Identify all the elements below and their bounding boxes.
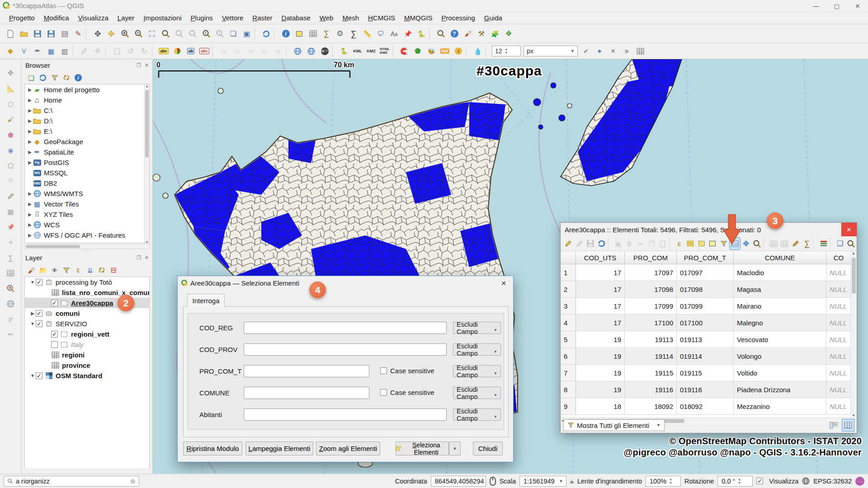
- cell[interactable]: 17099: [625, 298, 677, 314]
- browser-item-geopackage[interactable]: ▶ ◆ GeoPackage: [25, 136, 149, 147]
- new-3d-view-icon[interactable]: ▣: [241, 28, 253, 40]
- menu-mesh[interactable]: Mesh: [338, 12, 363, 23]
- cell[interactable]: Volongo: [734, 348, 826, 364]
- menu-guida[interactable]: Guida: [480, 12, 507, 23]
- extents-icon[interactable]: [490, 477, 496, 486]
- browser-vscrollbar[interactable]: ▲▼: [144, 84, 149, 243]
- table-row[interactable]: 51919113019113VescovatoNULL: [561, 331, 851, 348]
- menu-database[interactable]: Database: [277, 12, 315, 23]
- delete-field-icon[interactable]: [780, 238, 790, 249]
- label-highlight-icon[interactable]: ab: [217, 45, 230, 57]
- menu-progetto[interactable]: Progetto: [5, 12, 39, 23]
- scale-combobox[interactable]: 1:1561949▼: [519, 476, 566, 487]
- edit-tool-icon[interactable]: [5, 190, 17, 202]
- style-dropdown-icon[interactable]: 🖌: [462, 28, 474, 40]
- new-map-view-icon[interactable]: ❏: [227, 28, 240, 40]
- cell[interactable]: 19116: [625, 381, 677, 398]
- row-number[interactable]: 3: [561, 298, 576, 314]
- row-number[interactable]: 9: [561, 398, 576, 414]
- cell[interactable]: 017099: [677, 298, 734, 314]
- panel-close-icon[interactable]: ✕: [145, 255, 149, 261]
- maximize-button[interactable]: ▢: [826, 0, 847, 12]
- cell[interactable]: Magasa: [734, 281, 826, 297]
- properties-info-icon[interactable]: i: [73, 72, 84, 83]
- chevrons-icon[interactable]: »: [620, 45, 633, 57]
- label-units-combobox[interactable]: px▼: [524, 46, 578, 56]
- table-row[interactable]: 41717100017100MalegnoNULL: [561, 314, 851, 331]
- select-features-icon[interactable]: [293, 28, 306, 40]
- cell[interactable]: 019114: [677, 348, 734, 364]
- table-row[interactable]: 31717099017099MairanoNULL: [561, 298, 851, 314]
- style-manager-icon[interactable]: ✎: [72, 28, 85, 40]
- close-button[interactable]: ✕: [847, 0, 868, 12]
- zoom-in-icon[interactable]: [118, 28, 131, 40]
- menu-web[interactable]: Web: [315, 12, 338, 23]
- menu-impostazioni[interactable]: Impostazioni: [139, 12, 186, 23]
- paste-features-icon[interactable]: 📋: [111, 45, 123, 57]
- table-row[interactable]: 81919116019116Piadena DrizzonaNULL: [561, 381, 851, 398]
- statistics-sum-icon[interactable]: ∑: [347, 28, 360, 40]
- deselect-all-icon[interactable]: [708, 238, 718, 249]
- crs-globe-icon[interactable]: [802, 477, 810, 485]
- magnifier-spinbox[interactable]: 100%▲▼: [646, 476, 681, 487]
- close-dialog-button[interactable]: Chiudi: [473, 441, 503, 455]
- manage-themes-icon[interactable]: 👁: [49, 265, 60, 276]
- cell[interactable]: 019113: [677, 331, 734, 347]
- new-field-icon[interactable]: [769, 238, 779, 249]
- browser-item-db2[interactable]: DB2 DB2: [25, 178, 149, 188]
- attribute-table-close-button[interactable]: ✕: [841, 223, 857, 236]
- shapes-tool-icon[interactable]: ⬟: [5, 128, 17, 141]
- cell[interactable]: Piadena Drizzona: [734, 381, 826, 398]
- save-project-as-icon[interactable]: [45, 28, 57, 40]
- label-font-size-spinbox[interactable]: 12▲▼: [492, 46, 521, 56]
- expander-icon[interactable]: ▶: [27, 233, 33, 238]
- mesh-tool-icon[interactable]: ▦: [5, 205, 17, 218]
- zoom-next-icon[interactable]: [213, 28, 226, 40]
- collapse-all-icon[interactable]: 🗘: [61, 72, 72, 83]
- ref-tool-icon[interactable]: Ref: [439, 45, 451, 57]
- clear-search-icon[interactable]: ⊗: [130, 478, 136, 485]
- points-tool-icon[interactable]: ⁘: [5, 174, 17, 187]
- expander-icon[interactable]: ▶: [27, 202, 33, 206]
- row-number[interactable]: 7: [561, 365, 576, 381]
- zoom-out-icon[interactable]: [132, 28, 145, 40]
- cell[interactable]: 17098: [625, 281, 677, 297]
- field-input-cod_reg[interactable]: [244, 322, 447, 334]
- open-project-icon[interactable]: [18, 28, 30, 40]
- case-sensitive-checkbox[interactable]: Case sensitive: [380, 367, 434, 375]
- layer-item-regioni[interactable]: regioni: [25, 350, 149, 360]
- expander-icon[interactable]: ▶: [27, 222, 33, 227]
- lock-scale-icon[interactable]: 🔒︎: [570, 477, 574, 485]
- menu-processing[interactable]: Processing: [437, 12, 480, 23]
- crs-value[interactable]: EPSG:32632: [813, 478, 852, 485]
- cell[interactable]: NULL: [826, 298, 851, 314]
- redo-icon[interactable]: ↻: [138, 45, 151, 57]
- collapse-all-icon[interactable]: 🗘: [96, 265, 107, 276]
- pan-to-selection-icon[interactable]: ✥: [105, 28, 118, 40]
- cell[interactable]: Maclodio: [734, 264, 826, 281]
- table-row[interactable]: 61919114019114VolongoNULL: [561, 348, 851, 365]
- form-view-toggle[interactable]: [828, 419, 840, 431]
- cell[interactable]: 017097: [677, 264, 734, 281]
- search-widget-icon[interactable]: [846, 238, 856, 249]
- column-header-COD_UTS[interactable]: COD_UTS: [576, 251, 625, 264]
- save-project-icon[interactable]: [31, 28, 44, 40]
- layer-item-servizio[interactable]: ▼✓SERVIZIO: [25, 319, 149, 329]
- label-abc-icon[interactable]: abc: [157, 45, 170, 57]
- measure-icon[interactable]: 📏: [361, 28, 373, 40]
- zoom-to-layer-icon[interactable]: [159, 28, 172, 40]
- zoom-to-selection-icon[interactable]: [173, 28, 185, 40]
- magnifier-red-tool-icon[interactable]: [5, 282, 17, 295]
- stats-tool-icon[interactable]: ∑: [5, 251, 17, 264]
- open-attribute-table-icon[interactable]: [307, 28, 319, 40]
- layer-checkbox[interactable]: ✓: [36, 320, 42, 327]
- column-header-PRO_COM_T[interactable]: PRO_COM_T: [677, 251, 734, 264]
- cell[interactable]: NULL: [826, 381, 851, 398]
- exclude-field-button[interactable]: Escludi Campo▼: [453, 365, 501, 377]
- expander-icon[interactable]: ▶: [27, 160, 33, 165]
- conditional-formatting-icon[interactable]: [818, 238, 829, 249]
- new-spatialite-icon[interactable]: ✒: [31, 45, 44, 57]
- x-tool-icon[interactable]: ✕: [607, 45, 619, 57]
- expander-icon[interactable]: ▶: [27, 212, 33, 217]
- cell[interactable]: 17: [576, 314, 625, 331]
